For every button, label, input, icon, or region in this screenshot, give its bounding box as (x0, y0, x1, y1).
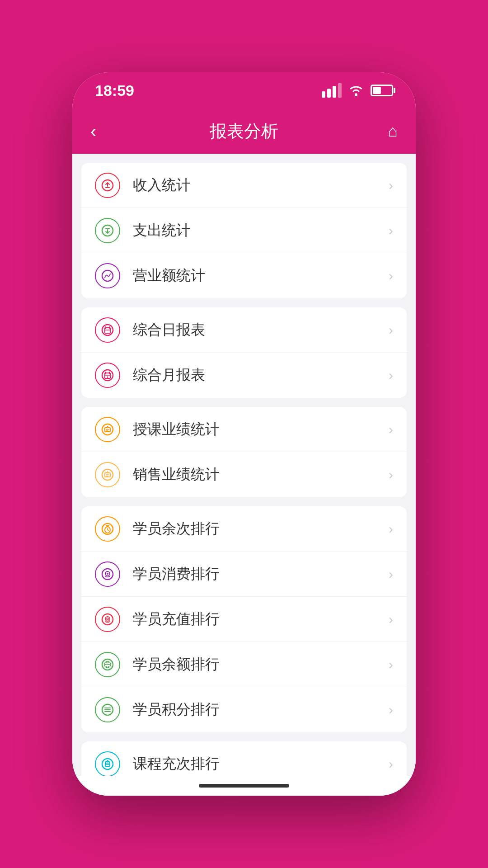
section-course-rank: 课程充次排行 › (81, 741, 407, 776)
section-reports: 综合日报表 › 综合月报表 › (81, 307, 407, 398)
svg-line-30 (108, 530, 109, 531)
svg-point-36 (107, 618, 108, 620)
home-indicator (72, 776, 416, 796)
section-student-rank: 学员余次排行 › 学员消费排行 › (81, 506, 407, 732)
monthly-report-label: 综合月报表 (133, 365, 389, 385)
chevron-icon: › (389, 521, 393, 537)
section-stats: 收入统计 › 支出统计 › (81, 163, 407, 298)
list-item-expense-stats[interactable]: 支出统计 › (81, 208, 407, 253)
list-item-student-remain-rank[interactable]: 学员余次排行 › (81, 506, 407, 552)
course-recharge-icon (95, 751, 120, 776)
svg-point-35 (105, 617, 110, 621)
header: ‹ 报表分析 ⌂ (72, 108, 416, 154)
content-area: 收入统计 › 支出统计 › (72, 154, 416, 776)
page-title: 报表分析 (210, 120, 278, 143)
chevron-icon: › (389, 268, 393, 283)
battery-icon (371, 85, 393, 96)
monthly-report-icon (95, 363, 120, 388)
svg-point-48 (107, 760, 109, 763)
daily-report-icon (95, 317, 120, 343)
revenue-stats-icon (95, 263, 120, 288)
chevron-icon: › (389, 178, 393, 193)
student-balance-icon (95, 652, 120, 677)
home-bar (199, 784, 289, 788)
revenue-stats-label: 营业额统计 (133, 266, 389, 286)
status-icons (322, 83, 393, 98)
list-item-student-recharge-rank[interactable]: 学员充值排行 › (81, 597, 407, 642)
chevron-icon: › (389, 566, 393, 582)
chevron-icon: › (389, 756, 393, 772)
status-bar: 18:59 (72, 72, 416, 108)
chevron-icon: › (389, 702, 393, 717)
income-stats-label: 收入统计 (133, 175, 389, 195)
list-item-income-stats[interactable]: 收入统计 › (81, 163, 407, 208)
chevron-icon: › (389, 368, 393, 383)
home-button[interactable]: ⌂ (371, 122, 398, 141)
daily-report-label: 综合日报表 (133, 320, 389, 340)
status-time: 18:59 (95, 82, 134, 99)
list-item-student-consume-rank[interactable]: 学员消费排行 › (81, 552, 407, 597)
chevron-icon: › (389, 223, 393, 238)
list-item-revenue-stats[interactable]: 营业额统计 › (81, 253, 407, 298)
student-consume-rank-label: 学员消费排行 (133, 564, 389, 584)
svg-point-0 (355, 94, 357, 96)
list-item-sales-stats[interactable]: 销售业绩统计 › (81, 452, 407, 497)
student-recharge-icon (95, 607, 120, 632)
chevron-icon: › (389, 467, 393, 482)
teaching-stats-icon (95, 417, 120, 442)
signal-icon (322, 83, 342, 98)
svg-point-34 (102, 614, 113, 625)
phone-frame: 18:59 ‹ 报表分析 ⌂ (72, 72, 416, 796)
section-performance: 授课业绩统计 › 销售业绩统计 › (81, 407, 407, 497)
wifi-icon (348, 84, 364, 97)
student-balance-rank-label: 学员余额排行 (133, 655, 389, 675)
list-item-course-recharge-rank[interactable]: 课程充次排行 › (81, 741, 407, 776)
svg-point-16 (107, 377, 108, 378)
expense-stats-icon (95, 218, 120, 243)
student-consume-icon (95, 561, 120, 587)
sales-stats-icon (95, 462, 120, 487)
chevron-icon: › (389, 657, 393, 672)
student-recharge-rank-label: 学员充值排行 (133, 609, 389, 629)
list-item-student-points-rank[interactable]: 学员积分排行 › (81, 687, 407, 732)
student-remain-icon (95, 516, 120, 542)
chevron-icon: › (389, 322, 393, 338)
teaching-stats-label: 授课业绩统计 (133, 420, 389, 439)
student-remain-rank-label: 学员余次排行 (133, 519, 389, 539)
student-points-rank-label: 学员积分排行 (133, 700, 389, 720)
chevron-icon: › (389, 612, 393, 627)
list-item-monthly-report[interactable]: 综合月报表 › (81, 353, 407, 398)
student-points-icon (95, 697, 120, 722)
list-item-daily-report[interactable]: 综合日报表 › (81, 307, 407, 353)
svg-point-33 (107, 573, 108, 575)
chevron-icon: › (389, 422, 393, 437)
list-item-teaching-stats[interactable]: 授课业绩统计 › (81, 407, 407, 452)
list-item-student-balance-rank[interactable]: 学员余额排行 › (81, 642, 407, 687)
income-stats-icon (95, 173, 120, 198)
back-button[interactable]: ‹ (90, 121, 117, 142)
course-recharge-rank-label: 课程充次排行 (133, 754, 389, 774)
sales-stats-label: 销售业绩统计 (133, 465, 389, 485)
expense-stats-label: 支出统计 (133, 221, 389, 241)
